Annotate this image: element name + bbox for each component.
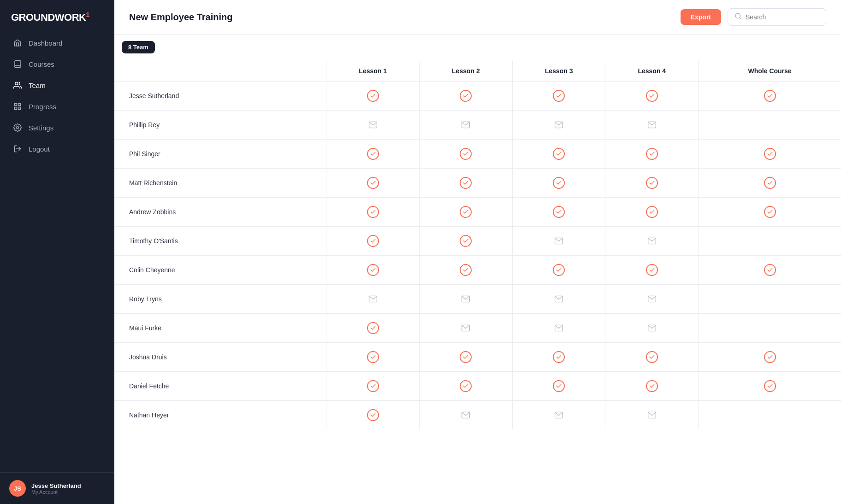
cell-l2: [420, 343, 513, 372]
cell-wc: [699, 198, 841, 227]
sidebar-item-progress[interactable]: Progress: [6, 96, 109, 117]
table-row: Phillip Rey: [114, 111, 841, 140]
table-row: Roby Tryns: [114, 285, 841, 314]
cell-l4: [605, 343, 699, 372]
check-icon: [460, 351, 472, 363]
cell-name: Matt Richenstein: [114, 169, 326, 198]
cell-l3: [512, 343, 605, 372]
cell-l2: [420, 82, 513, 111]
check-icon: [460, 206, 472, 218]
cell-l4: [605, 314, 699, 343]
svg-rect-2: [18, 104, 21, 106]
sidebar-item-label: Logout: [29, 145, 50, 153]
sidebar-item-settings[interactable]: Settings: [6, 117, 109, 138]
table-row: Matt Richenstein: [114, 169, 841, 198]
check-icon: [553, 90, 565, 102]
table-row: Timothy O'Santis: [114, 227, 841, 256]
sidebar-footer[interactable]: JS Jesse Sutherland My Account: [0, 472, 114, 504]
table-row: Daniel Fetche: [114, 372, 841, 401]
nav-list: Dashboard Courses Team Progress: [0, 33, 114, 472]
check-icon: [553, 351, 565, 363]
cell-wc: [699, 140, 841, 169]
cell-l2: [420, 140, 513, 169]
cell-l1: [326, 111, 420, 140]
export-button[interactable]: Export: [681, 9, 721, 25]
sidebar-item-dashboard[interactable]: Dashboard: [6, 33, 109, 53]
cell-l1: [326, 314, 420, 343]
cell-l4: [605, 169, 699, 198]
email-icon: [460, 409, 472, 421]
cell-name: Phil Singer: [114, 140, 326, 169]
cell-l2: [420, 401, 513, 430]
check-icon: [553, 380, 565, 392]
email-icon: [553, 235, 565, 247]
col-header-name: [114, 61, 326, 82]
cell-l4: [605, 198, 699, 227]
check-icon: [646, 148, 658, 160]
cell-wc: [699, 343, 841, 372]
cell-l1: [326, 401, 420, 430]
avatar: JS: [9, 480, 26, 497]
cell-l4: [605, 372, 699, 401]
table-row: Maui Furke: [114, 314, 841, 343]
cell-l3: [512, 314, 605, 343]
sidebar-item-label: Team: [29, 82, 46, 89]
check-icon: [764, 264, 776, 276]
table-row: Jesse Sutherland: [114, 82, 841, 111]
check-icon: [764, 177, 776, 189]
table-row: Colin Cheyenne: [114, 256, 841, 285]
cell-l2: [420, 372, 513, 401]
sidebar: GROUNDWORK1 Dashboard Courses Team: [0, 0, 114, 504]
col-header-lesson3: Lesson 3: [512, 61, 605, 82]
check-icon: [460, 90, 472, 102]
col-header-lesson2: Lesson 2: [420, 61, 513, 82]
cell-l2: [420, 285, 513, 314]
cell-name: Daniel Fetche: [114, 372, 326, 401]
cell-name: Maui Furke: [114, 314, 326, 343]
page-title: New Employee Training: [129, 12, 233, 23]
top-bar: New Employee Training Export: [114, 0, 841, 35]
cell-l2: [420, 111, 513, 140]
cell-l2: [420, 227, 513, 256]
cell-l2: [420, 169, 513, 198]
cell-l3: [512, 256, 605, 285]
check-icon: [367, 322, 379, 334]
check-icon: [646, 351, 658, 363]
cell-wc: [699, 285, 841, 314]
cell-l3: [512, 140, 605, 169]
sidebar-item-label: Progress: [29, 103, 56, 111]
check-icon: [646, 90, 658, 102]
cell-l4: [605, 285, 699, 314]
check-icon: [553, 148, 565, 160]
sidebar-item-label: Courses: [29, 60, 54, 68]
check-icon: [764, 90, 776, 102]
sidebar-item-team[interactable]: Team: [6, 75, 109, 95]
email-icon: [646, 322, 658, 334]
table-area: 8 Team Lesson 1 Lesson 2 Lesson 3 Lesson…: [114, 35, 841, 504]
search-icon: [734, 12, 742, 22]
cell-name: Roby Tryns: [114, 285, 326, 314]
logout-icon: [13, 144, 22, 153]
check-icon: [646, 380, 658, 392]
users-icon: [13, 81, 22, 90]
check-icon: [764, 148, 776, 160]
cell-l1: [326, 343, 420, 372]
check-icon: [646, 264, 658, 276]
check-icon: [367, 264, 379, 276]
table-row: Andrew Zobbins: [114, 198, 841, 227]
cell-name: Timothy O'Santis: [114, 227, 326, 256]
cell-l4: [605, 82, 699, 111]
sidebar-item-courses[interactable]: Courses: [6, 54, 109, 74]
cell-l2: [420, 314, 513, 343]
cell-l1: [326, 82, 420, 111]
sidebar-item-logout[interactable]: Logout: [6, 139, 109, 159]
cell-wc: [699, 372, 841, 401]
search-input[interactable]: [746, 13, 819, 21]
check-icon: [367, 177, 379, 189]
email-icon: [460, 322, 472, 334]
cell-l3: [512, 198, 605, 227]
svg-rect-1: [14, 104, 17, 106]
email-icon: [646, 235, 658, 247]
email-icon: [553, 293, 565, 305]
check-icon: [460, 264, 472, 276]
